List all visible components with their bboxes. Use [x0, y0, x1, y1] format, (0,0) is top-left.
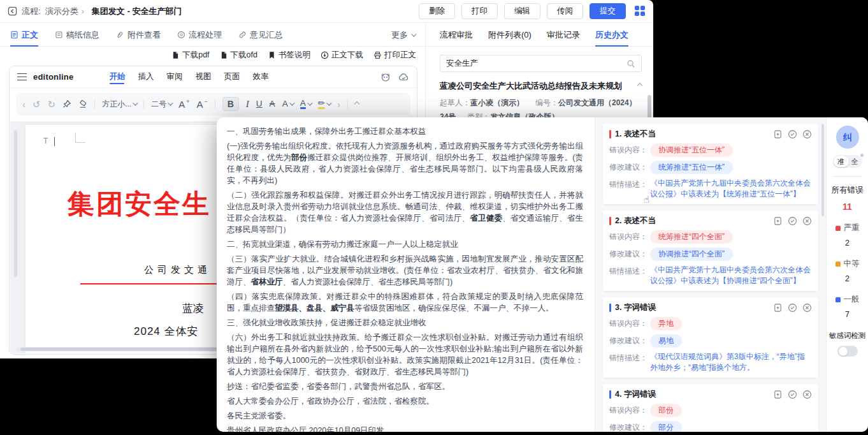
add-to-dict-icon[interactable]: [773, 129, 783, 139]
suggestion-pill[interactable]: 部分: [650, 421, 682, 432]
link-download-pdf[interactable]: 下载pdf: [171, 50, 209, 61]
page-year-line: 2024 全体安: [134, 324, 199, 339]
collapse-toolbar-icon[interactable]: [354, 101, 359, 107]
apps-grid-icon[interactable]: [635, 6, 646, 17]
suggestion-pill[interactable]: 易地: [650, 334, 682, 348]
italic-button[interactable]: I: [246, 100, 249, 109]
error-description: 《现代汉语规范词典》第3版中标注，“异地”指外地外乡；“易地”指换个地方。: [650, 351, 812, 373]
clear-format-icon[interactable]: [78, 100, 87, 108]
link-body-download[interactable]: 正文下载: [321, 50, 363, 61]
add-to-dict-icon[interactable]: [773, 216, 783, 226]
mode-toggle[interactable]: 准 全: [833, 155, 862, 168]
printer-icon: [373, 51, 382, 59]
nav-forward-icon[interactable]: ›: [337, 100, 340, 109]
breadcrumb-doc-name: 集团发文: [92, 6, 125, 17]
tab-flow-approval[interactable]: 流程审批: [440, 24, 473, 46]
font-size-select[interactable]: 二号: [151, 100, 171, 108]
tab-attachment-view[interactable]: 附件查看: [116, 24, 161, 46]
format-painter-icon[interactable]: [62, 100, 71, 108]
menu-efficiency[interactable]: 效率: [252, 66, 268, 87]
highlight-color-select[interactable]: ✏: [318, 99, 330, 110]
tab-approval-record[interactable]: 审批记录: [547, 24, 580, 46]
error-card[interactable]: 4. 字词错误错误内容：部份修改建议：部分: [603, 384, 818, 432]
tab-opinion-summary[interactable]: 意见汇总: [238, 24, 283, 46]
collapse-icon[interactable]: [637, 83, 642, 88]
circulate-button[interactable]: 传阅: [547, 3, 583, 19]
print-button[interactable]: 打印: [461, 3, 498, 19]
all-errors-count[interactable]: 11: [827, 202, 868, 212]
doc-paragraph: 抄送：省纪委省监委，省委各部门，武警贵州省总队，省军区。: [227, 381, 583, 392]
text-style-select[interactable]: A: [282, 100, 293, 108]
vertical-scrollbar[interactable]: [14, 130, 17, 277]
stat-normal[interactable]: 一般 7: [827, 294, 868, 319]
redo-icon[interactable]: ↻: [48, 100, 56, 109]
mode-accurate[interactable]: 准: [834, 156, 849, 167]
wrong-content-pill: 统筹推进“四个全面”: [650, 230, 733, 244]
accept-icon[interactable]: [788, 390, 797, 399]
strikethrough-button[interactable]: A: [270, 100, 275, 108]
ignore-icon[interactable]: [802, 390, 812, 399]
menu-insert[interactable]: 插入: [138, 66, 154, 87]
menu-view[interactable]: 视图: [195, 66, 211, 87]
stat-severe[interactable]: 严重 2: [827, 223, 868, 247]
tab-flow-process[interactable]: 流程处理: [177, 24, 222, 46]
history-doc-title[interactable]: 蓝凌公司安全生产大比武活动总结报告及未来规划: [440, 80, 631, 92]
font-color-select[interactable]: A: [300, 99, 311, 110]
ignore-icon[interactable]: [802, 303, 812, 313]
tab-body-text[interactable]: 正文: [10, 24, 38, 46]
tab-label: 正文: [22, 29, 38, 41]
accept-icon[interactable]: [788, 303, 797, 313]
editor-menu-icon[interactable]: [17, 73, 27, 80]
link-bookmark-note[interactable]: 书签说明: [268, 50, 310, 61]
error-card[interactable]: 3. 字词错误错误内容：异地修改建议：易地错情描述：《现代汉语规范词典》第3版中…: [603, 297, 818, 378]
error-card[interactable]: 1. 表述不当错误内容：协调推进“五位一体”修改建议：统筹推进“五位一体”错情描…: [603, 124, 818, 204]
tab-attachment-list[interactable]: 附件列表(0): [488, 24, 532, 46]
breadcrumb-category[interactable]: 演示分类: [45, 6, 78, 17]
doc-text: 一、巩固劳务输出成果，保障外出务工搬迁群众基本权益: [227, 127, 426, 136]
link-download-ofd[interactable]: 下载ofd: [220, 50, 257, 61]
error-list: 1. 表述不当错误内容：协调推进“五位一体”修改建议：统筹推进“五位一体”错情描…: [595, 117, 826, 432]
error-list-scrollbar[interactable]: [821, 124, 824, 216]
link-print-body[interactable]: 打印正文: [373, 50, 416, 61]
accept-icon[interactable]: [788, 216, 797, 226]
submit-button[interactable]: 提交: [590, 3, 626, 19]
search-icon[interactable]: [626, 59, 635, 68]
cursor-hand-icon: ☝: [644, 194, 649, 205]
accept-icon[interactable]: [788, 129, 797, 139]
stat-medium[interactable]: 中等 2: [827, 258, 868, 283]
bold-button[interactable]: B: [222, 97, 239, 111]
more-menu[interactable]: 更多: [391, 29, 415, 41]
tab-history-docs[interactable]: 历史办文: [595, 24, 628, 46]
error-card[interactable]: 2. 表述不当错误内容：统筹推进“四个全面”修改建议：协调推进“四个全面”错情描…: [603, 210, 818, 291]
sensitive-words-toggle[interactable]: [837, 346, 858, 357]
search-input[interactable]: [446, 59, 626, 68]
font-decrease-icon[interactable]: A−: [196, 100, 207, 109]
menu-review[interactable]: 审阅: [166, 66, 182, 87]
cloud-sync-icon[interactable]: [398, 72, 409, 82]
suggestion-pill[interactable]: 统筹推进“五位一体”: [650, 161, 733, 174]
ignore-icon[interactable]: [802, 216, 812, 226]
suggestion-label: 修改建议：: [609, 247, 650, 260]
undo-icon[interactable]: ↺: [33, 100, 41, 109]
menu-page[interactable]: 页面: [224, 66, 240, 87]
flow-back-icon[interactable]: [8, 6, 17, 16]
add-to-dict-icon[interactable]: [773, 390, 783, 399]
delete-button[interactable]: 删除: [419, 3, 455, 19]
font-family-select[interactable]: 方正小...: [102, 100, 136, 108]
divider: [833, 176, 862, 177]
menu-start[interactable]: 开始: [109, 66, 125, 87]
mode-full[interactable]: 全: [851, 155, 858, 168]
font-increase-icon[interactable]: A+: [178, 100, 189, 109]
suggestion-pill[interactable]: 协调推进“四个全面”: [650, 247, 733, 261]
breadcrumb-separator: ›: [82, 7, 84, 16]
ignore-icon[interactable]: [802, 129, 812, 139]
corrector-badge[interactable]: 纠: [836, 126, 859, 149]
underline-button[interactable]: U: [256, 100, 263, 108]
proofread-document[interactable]: 一、巩固劳务输出成果，保障外出务工搬迁群众基本权益(一)强化劳务输出组织化程度。…: [217, 117, 595, 432]
assistant-face-icon[interactable]: [380, 72, 391, 82]
edit-button[interactable]: 编辑: [504, 3, 540, 19]
history-search[interactable]: [440, 55, 642, 72]
tab-manuscript-info[interactable]: 稿纸信息: [55, 24, 99, 46]
nav-back-icon[interactable]: ‹: [22, 100, 25, 109]
add-to-dict-icon[interactable]: [773, 303, 783, 313]
